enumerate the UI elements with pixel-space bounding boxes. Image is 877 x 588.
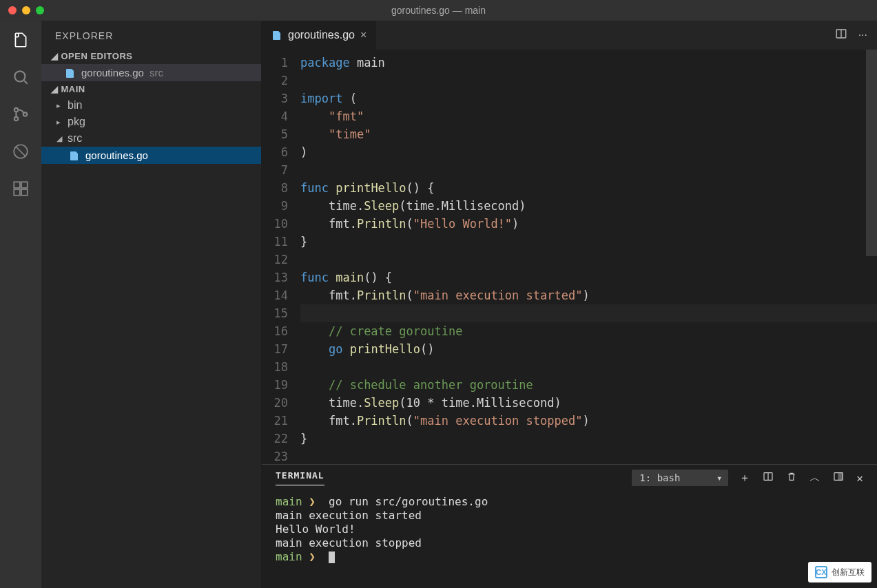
code-line[interactable]: fmt.Println("Hello World!") xyxy=(300,215,877,233)
terminal-tab[interactable]: TERMINAL xyxy=(276,470,324,485)
terminal-line: Hello World! xyxy=(276,523,863,536)
code-line[interactable]: fmt.Println("main execution stopped") xyxy=(300,412,877,430)
go-file-icon xyxy=(69,150,80,161)
chevron-icon: ▸ xyxy=(56,101,63,110)
chevron-icon: ▸ xyxy=(56,118,63,127)
window-controls xyxy=(8,6,44,14)
svg-rect-8 xyxy=(21,182,28,188)
maximize-window-button[interactable] xyxy=(36,6,44,14)
code-line[interactable]: go printHello() xyxy=(300,340,877,358)
open-editors-header[interactable]: ◢ OPEN EDITORS xyxy=(41,48,261,64)
svg-rect-7 xyxy=(21,189,28,196)
svg-point-0 xyxy=(14,71,25,81)
split-terminal-icon[interactable] xyxy=(763,471,774,485)
sidebar-title: EXPLORER xyxy=(41,21,261,48)
terminal-select[interactable]: 1: bash xyxy=(632,470,728,486)
editor-pane: goroutines.go × ··· 12345678910111213141… xyxy=(262,21,877,588)
file-goroutines.go[interactable]: goroutines.go xyxy=(41,147,261,164)
terminal-line: main execution started xyxy=(276,509,863,523)
code-line[interactable]: import ( xyxy=(300,90,877,107)
open-editor-name: goroutines.go xyxy=(81,67,144,78)
svg-rect-12 xyxy=(838,473,843,481)
new-terminal-icon[interactable]: ＋ xyxy=(739,471,750,485)
window-title: goroutines.go — main xyxy=(391,5,486,16)
watermark-logo-icon: CX xyxy=(815,566,827,578)
kill-terminal-icon[interactable] xyxy=(786,471,797,485)
code-line[interactable] xyxy=(300,251,877,269)
tab-label: goroutines.go xyxy=(288,29,355,41)
code-line[interactable] xyxy=(300,72,877,90)
extensions-icon[interactable] xyxy=(11,179,30,198)
project-header[interactable]: ◢ MAIN xyxy=(41,81,261,97)
svg-rect-6 xyxy=(14,189,20,196)
search-icon[interactable] xyxy=(11,67,30,87)
close-window-button[interactable] xyxy=(8,6,17,14)
code-line[interactable]: fmt.Println("main execution started") xyxy=(300,286,877,304)
code-line[interactable]: func printHello() { xyxy=(300,179,877,197)
maximize-panel-icon[interactable] xyxy=(833,471,844,485)
scrollbar[interactable] xyxy=(866,50,877,256)
split-editor-icon[interactable] xyxy=(835,28,847,43)
source-control-icon[interactable] xyxy=(11,105,30,124)
tabs-row: goroutines.go × ··· xyxy=(262,21,877,50)
svg-point-1 xyxy=(14,108,18,112)
code-line[interactable] xyxy=(300,161,877,179)
minimize-window-button[interactable] xyxy=(22,6,30,14)
more-icon[interactable]: ··· xyxy=(858,29,867,41)
code-line[interactable]: time.Sleep(10 * time.Millisecond) xyxy=(300,394,877,412)
debug-icon[interactable] xyxy=(11,142,30,161)
go-file-icon xyxy=(271,30,282,41)
editor-actions: ··· xyxy=(825,21,877,50)
close-icon[interactable]: × xyxy=(360,29,367,41)
terminal-line: main execution stopped xyxy=(276,536,863,550)
code-line[interactable]: "fmt" xyxy=(300,107,877,125)
code-line[interactable]: "time" xyxy=(300,125,877,143)
svg-point-2 xyxy=(14,117,18,120)
code-line[interactable]: ) xyxy=(300,143,877,161)
watermark: CX 创新互联 xyxy=(808,562,871,582)
code-line[interactable]: // create goroutine xyxy=(300,322,877,340)
code-line[interactable]: time.Sleep(time.Millisecond) xyxy=(300,197,877,215)
terminal-line: main ❯ xyxy=(276,550,863,564)
explorer-icon[interactable] xyxy=(11,30,30,50)
close-panel-icon[interactable]: ✕ xyxy=(856,472,863,485)
code-line[interactable]: } xyxy=(300,430,877,448)
terminal-line: main ❯ go run src/goroutines.go xyxy=(276,495,863,509)
open-editor-item[interactable]: goroutines.go src xyxy=(41,64,261,81)
titlebar: goroutines.go — main xyxy=(0,0,877,21)
chevron-icon: ◢ xyxy=(56,134,63,143)
activity-bar xyxy=(0,21,41,588)
folder-src[interactable]: ◢src xyxy=(41,130,261,147)
svg-rect-5 xyxy=(14,182,20,188)
code-line[interactable]: package main xyxy=(300,54,877,72)
go-file-icon xyxy=(65,67,76,78)
code-editor[interactable]: 1234567891011121314151617181920212223 pa… xyxy=(262,50,877,464)
sidebar: EXPLORER ◢ OPEN EDITORS goroutines.go sr… xyxy=(41,21,262,588)
code-line[interactable]: // schedule another goroutine xyxy=(300,376,877,394)
terminal-body[interactable]: main ❯ go run src/goroutines.gomain exec… xyxy=(262,491,877,588)
terminal-panel: TERMINAL 1: bash ＋ ︿ xyxy=(262,464,877,588)
code-line[interactable]: } xyxy=(300,233,877,251)
code-line[interactable]: func main() { xyxy=(300,269,877,286)
code-line[interactable] xyxy=(300,358,877,376)
chevron-down-icon: ◢ xyxy=(51,51,59,61)
folder-pkg[interactable]: ▸pkg xyxy=(41,114,261,130)
folder-bin[interactable]: ▸bin xyxy=(41,97,261,114)
code-line[interactable] xyxy=(300,448,877,464)
chevron-down-icon: ◢ xyxy=(51,84,59,94)
open-editor-path: src xyxy=(149,67,163,78)
tab-goroutines[interactable]: goroutines.go × xyxy=(262,21,377,50)
collapse-up-icon[interactable]: ︿ xyxy=(809,471,821,485)
